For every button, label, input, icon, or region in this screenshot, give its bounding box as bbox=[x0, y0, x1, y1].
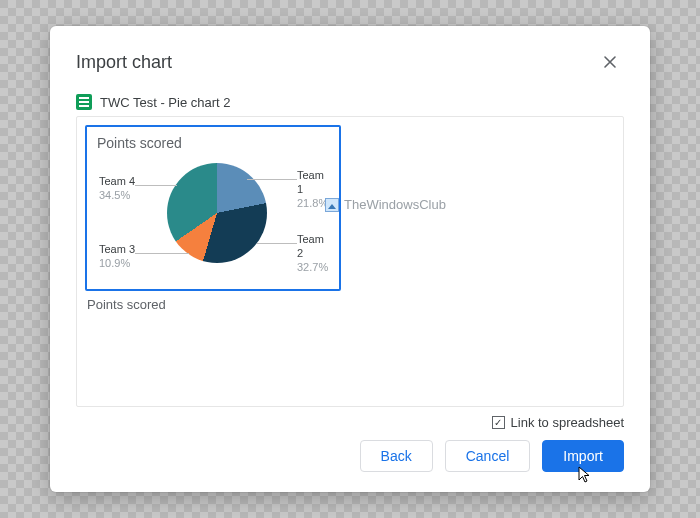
leader-line bbox=[247, 179, 297, 180]
close-icon bbox=[602, 54, 618, 70]
leader-line bbox=[135, 253, 189, 254]
checkbox-icon: ✓ bbox=[492, 416, 505, 429]
watermark-icon bbox=[325, 198, 339, 212]
pie-chart bbox=[167, 163, 267, 263]
leader-line bbox=[135, 185, 177, 186]
chart-title: Points scored bbox=[97, 135, 329, 151]
slice-label-team-2: Team 2 32.7% bbox=[297, 233, 329, 274]
source-row: TWC Test - Pie chart 2 bbox=[76, 94, 624, 110]
dialog-header: Import chart bbox=[76, 48, 624, 76]
back-button[interactable]: Back bbox=[360, 440, 433, 472]
chart-picker-area: Points scored Team 1 21.8% Team 2 32.7% bbox=[76, 116, 624, 407]
dialog-footer: ✓ Link to spreadsheet Back Cancel Import bbox=[76, 407, 624, 472]
cancel-button[interactable]: Cancel bbox=[445, 440, 531, 472]
chart-thumbnail[interactable]: Points scored Team 1 21.8% Team 2 32.7% bbox=[85, 125, 341, 291]
watermark: TheWindowsClub bbox=[325, 197, 446, 212]
import-chart-dialog: Import chart TWC Test - Pie chart 2 Poin… bbox=[50, 26, 650, 492]
link-to-spreadsheet-checkbox[interactable]: ✓ Link to spreadsheet bbox=[492, 415, 624, 430]
slice-label-team-3: Team 3 10.9% bbox=[99, 243, 135, 271]
close-button[interactable] bbox=[596, 48, 624, 76]
checkbox-label: Link to spreadsheet bbox=[511, 415, 624, 430]
mouse-cursor-icon bbox=[578, 466, 592, 484]
sheets-icon bbox=[76, 94, 92, 110]
watermark-text: TheWindowsClub bbox=[344, 197, 446, 212]
chart-body: Team 1 21.8% Team 2 32.7% Team 3 10.9% T… bbox=[97, 155, 329, 283]
dialog-title: Import chart bbox=[76, 52, 172, 73]
slice-label-team-4: Team 4 34.5% bbox=[99, 175, 135, 203]
leader-line bbox=[257, 243, 297, 244]
source-doc-title: TWC Test - Pie chart 2 bbox=[100, 95, 231, 110]
chart-caption: Points scored bbox=[85, 297, 615, 312]
